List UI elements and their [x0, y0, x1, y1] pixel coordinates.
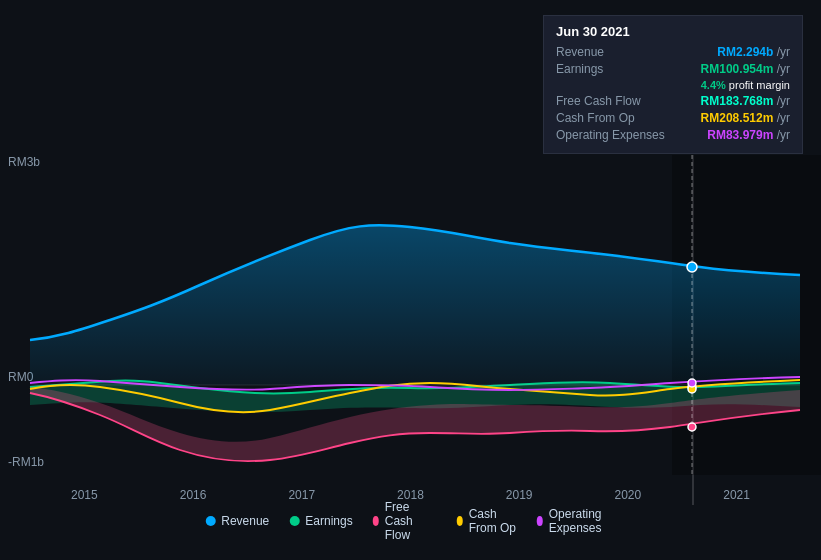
x-label-2015: 2015 [71, 488, 98, 502]
legend-revenue[interactable]: Revenue [205, 514, 269, 528]
chart-area [0, 155, 821, 505]
legend-label-cashop: Cash From Op [469, 507, 517, 535]
legend-dot-fcf [373, 516, 379, 526]
margin-row: 4.4% profit margin [556, 79, 790, 91]
tooltip-date: Jun 30 2021 [556, 24, 790, 39]
chart-svg [0, 155, 821, 475]
tooltip-row-opex: Operating Expenses RM83.979m /yr [556, 128, 790, 142]
legend-fcf[interactable]: Free Cash Flow [373, 500, 437, 542]
opex-value: RM83.979m /yr [707, 128, 790, 142]
earnings-value: RM100.954m /yr [701, 62, 790, 76]
fcf-value: RM183.768m /yr [701, 94, 790, 108]
tooltip-row-cashop: Cash From Op RM208.512m /yr [556, 111, 790, 125]
cashop-label: Cash From Op [556, 111, 635, 125]
legend-dot-opex [537, 516, 543, 526]
x-label-2020: 2020 [615, 488, 642, 502]
x-label-2016: 2016 [180, 488, 207, 502]
fcf-dot [688, 423, 696, 431]
legend-dot-earnings [289, 516, 299, 526]
legend-cashop[interactable]: Cash From Op [457, 507, 517, 535]
fcf-label: Free Cash Flow [556, 94, 641, 108]
margin-pct: 4.4% [701, 79, 726, 91]
tooltip-box: Jun 30 2021 Revenue RM2.294b /yr Earning… [543, 15, 803, 154]
revenue-value: RM2.294b /yr [717, 45, 790, 59]
chart-legend: Revenue Earnings Free Cash Flow Cash Fro… [205, 500, 616, 542]
x-label-2021: 2021 [723, 488, 750, 502]
legend-dot-cashop [457, 516, 463, 526]
tooltip-row-earnings: Earnings RM100.954m /yr [556, 62, 790, 76]
chart-container: Jun 30 2021 Revenue RM2.294b /yr Earning… [0, 0, 821, 560]
tooltip-row-revenue: Revenue RM2.294b /yr [556, 45, 790, 59]
legend-label-fcf: Free Cash Flow [385, 500, 437, 542]
tooltip-row-fcf: Free Cash Flow RM183.768m /yr [556, 94, 790, 108]
margin-text: 4.4% profit margin [701, 79, 790, 91]
legend-label-opex: Operating Expenses [549, 507, 616, 535]
opex-label: Operating Expenses [556, 128, 665, 142]
legend-label-revenue: Revenue [221, 514, 269, 528]
revenue-label: Revenue [556, 45, 604, 59]
legend-dot-revenue [205, 516, 215, 526]
cashop-value: RM208.512m /yr [701, 111, 790, 125]
revenue-dot [687, 262, 697, 272]
legend-label-earnings: Earnings [305, 514, 352, 528]
earnings-label: Earnings [556, 62, 603, 76]
legend-earnings[interactable]: Earnings [289, 514, 352, 528]
opex-dot [688, 379, 696, 387]
legend-opex[interactable]: Operating Expenses [537, 507, 616, 535]
